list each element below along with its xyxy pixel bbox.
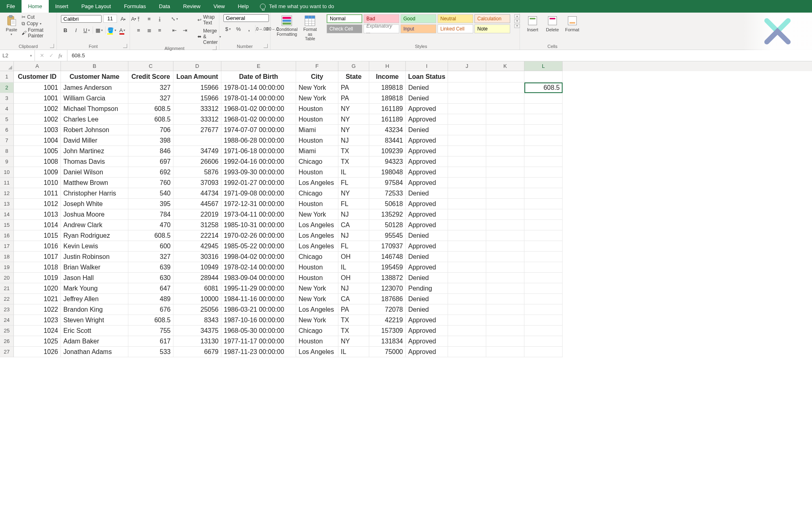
cell-K12[interactable] bbox=[486, 188, 524, 199]
cell-L25[interactable] bbox=[524, 326, 563, 336]
cell-A18[interactable]: 1017 bbox=[14, 252, 61, 262]
cell-J27[interactable] bbox=[448, 347, 486, 357]
cell-L23[interactable] bbox=[524, 304, 563, 315]
cell-K2[interactable] bbox=[486, 82, 524, 93]
select-all-corner[interactable] bbox=[0, 61, 14, 71]
cell-K5[interactable] bbox=[486, 114, 524, 125]
tell-me-search[interactable]: Tell me what you want to do bbox=[260, 0, 334, 13]
cell-K1[interactable] bbox=[486, 71, 524, 82]
row-header-18[interactable]: 18 bbox=[0, 252, 14, 262]
cell-J18[interactable] bbox=[448, 252, 486, 262]
cell-G3[interactable]: PA bbox=[338, 93, 369, 104]
cell-J26[interactable] bbox=[448, 336, 486, 347]
cell-K6[interactable] bbox=[486, 125, 524, 135]
cell-C12[interactable]: 540 bbox=[128, 188, 173, 199]
cell-K24[interactable] bbox=[486, 315, 524, 326]
cell-E2[interactable]: 1978-01-14 00:00:00 bbox=[221, 82, 296, 93]
cell-A8[interactable]: 1005 bbox=[14, 146, 61, 156]
cell-C1[interactable]: Credit Score bbox=[128, 71, 173, 82]
format-as-table-button[interactable]: Format as Table bbox=[302, 14, 318, 42]
cell-C20[interactable]: 630 bbox=[128, 273, 173, 283]
row-header-14[interactable]: 14 bbox=[0, 209, 14, 220]
align-middle-icon[interactable]: ≡ bbox=[145, 14, 154, 23]
row-header-8[interactable]: 8 bbox=[0, 146, 14, 156]
cell-C15[interactable]: 470 bbox=[128, 220, 173, 230]
cell-J14[interactable] bbox=[448, 209, 486, 220]
cell-E22[interactable]: 1984-11-16 00:00:00 bbox=[221, 294, 296, 304]
row-header-20[interactable]: 20 bbox=[0, 273, 14, 283]
cell-I11[interactable]: Approved bbox=[406, 178, 448, 188]
cell-D23[interactable]: 25056 bbox=[173, 304, 221, 315]
cell-G23[interactable]: PA bbox=[338, 304, 369, 315]
cell-H5[interactable]: 161189 bbox=[369, 114, 406, 125]
row-header-25[interactable]: 25 bbox=[0, 326, 14, 336]
cell-K4[interactable] bbox=[486, 104, 524, 114]
insert-cells-button[interactable]: Insert bbox=[524, 14, 541, 33]
cell-H25[interactable]: 157309 bbox=[369, 326, 406, 336]
cell-F18[interactable]: Chicago bbox=[296, 252, 338, 262]
cell-B7[interactable]: David Miller bbox=[61, 135, 128, 146]
percent-format-icon[interactable]: % bbox=[234, 24, 243, 33]
tab-formulas[interactable]: Formulas bbox=[117, 0, 152, 13]
cell-K20[interactable] bbox=[486, 273, 524, 283]
col-header-H[interactable]: H bbox=[369, 61, 406, 71]
cell-F11[interactable]: Los Angeles bbox=[296, 178, 338, 188]
cell-K13[interactable] bbox=[486, 199, 524, 209]
cell-A11[interactable]: 1010 bbox=[14, 178, 61, 188]
cell-A20[interactable]: 1019 bbox=[14, 273, 61, 283]
style-good[interactable]: Good bbox=[401, 14, 436, 23]
cell-K3[interactable] bbox=[486, 93, 524, 104]
cell-D10[interactable]: 5876 bbox=[173, 167, 221, 178]
cell-D17[interactable]: 42945 bbox=[173, 241, 221, 252]
style-linked-cell[interactable]: Linked Cell bbox=[437, 24, 473, 33]
cell-J10[interactable] bbox=[448, 167, 486, 178]
cell-B23[interactable]: Brandon King bbox=[61, 304, 128, 315]
cell-A17[interactable]: 1016 bbox=[14, 241, 61, 252]
cell-G10[interactable]: IL bbox=[338, 167, 369, 178]
cell-H14[interactable]: 135292 bbox=[369, 209, 406, 220]
increase-decimal-icon[interactable]: .0→.00 bbox=[257, 24, 266, 33]
cell-H10[interactable]: 198048 bbox=[369, 167, 406, 178]
cell-B26[interactable]: Adam Baker bbox=[61, 336, 128, 347]
cell-C7[interactable]: 398 bbox=[128, 135, 173, 146]
cell-I9[interactable]: Approved bbox=[406, 156, 448, 167]
merge-center-button[interactable]: ⬌Merge & Center ▾ bbox=[197, 28, 221, 45]
cell-H21[interactable]: 123070 bbox=[369, 283, 406, 294]
decrease-indent-icon[interactable]: ⇤ bbox=[170, 26, 179, 35]
cell-C19[interactable]: 639 bbox=[128, 262, 173, 273]
cell-J4[interactable] bbox=[448, 104, 486, 114]
cell-L9[interactable] bbox=[524, 156, 563, 167]
cell-A14[interactable]: 1013 bbox=[14, 209, 61, 220]
cell-J12[interactable] bbox=[448, 188, 486, 199]
cell-F24[interactable]: New York bbox=[296, 315, 338, 326]
cell-C3[interactable]: 327 bbox=[128, 93, 173, 104]
cell-F14[interactable]: New York bbox=[296, 209, 338, 220]
style-explanatory[interactable]: Explanatory ... bbox=[364, 24, 399, 33]
cell-K25[interactable] bbox=[486, 326, 524, 336]
cell-E23[interactable]: 1986-03-21 00:00:00 bbox=[221, 304, 296, 315]
cell-A16[interactable]: 1015 bbox=[14, 230, 61, 241]
cell-K14[interactable] bbox=[486, 209, 524, 220]
tab-file[interactable]: File bbox=[0, 0, 22, 13]
cell-A3[interactable]: 1001 bbox=[14, 93, 61, 104]
cell-G14[interactable]: NJ bbox=[338, 209, 369, 220]
cell-F6[interactable]: Miami bbox=[296, 125, 338, 135]
row-header-2[interactable]: 2 bbox=[0, 82, 14, 93]
dialog-launcher-icon[interactable] bbox=[50, 44, 54, 48]
cell-B15[interactable]: Andrew Clark bbox=[61, 220, 128, 230]
cell-F8[interactable]: Miami bbox=[296, 146, 338, 156]
cell-C9[interactable]: 697 bbox=[128, 156, 173, 167]
align-left-icon[interactable]: ≡ bbox=[134, 26, 143, 35]
cell-I13[interactable]: Approved bbox=[406, 199, 448, 209]
cell-F5[interactable]: Houston bbox=[296, 114, 338, 125]
col-header-J[interactable]: J bbox=[448, 61, 486, 71]
cell-G21[interactable]: NJ bbox=[338, 283, 369, 294]
cell-L18[interactable] bbox=[524, 252, 563, 262]
cell-K8[interactable] bbox=[486, 146, 524, 156]
cell-K10[interactable] bbox=[486, 167, 524, 178]
cell-F19[interactable]: Houston bbox=[296, 262, 338, 273]
row-header-13[interactable]: 13 bbox=[0, 199, 14, 209]
cell-F22[interactable]: New York bbox=[296, 294, 338, 304]
cell-K27[interactable] bbox=[486, 347, 524, 357]
cell-E18[interactable]: 1998-04-02 00:00:00 bbox=[221, 252, 296, 262]
